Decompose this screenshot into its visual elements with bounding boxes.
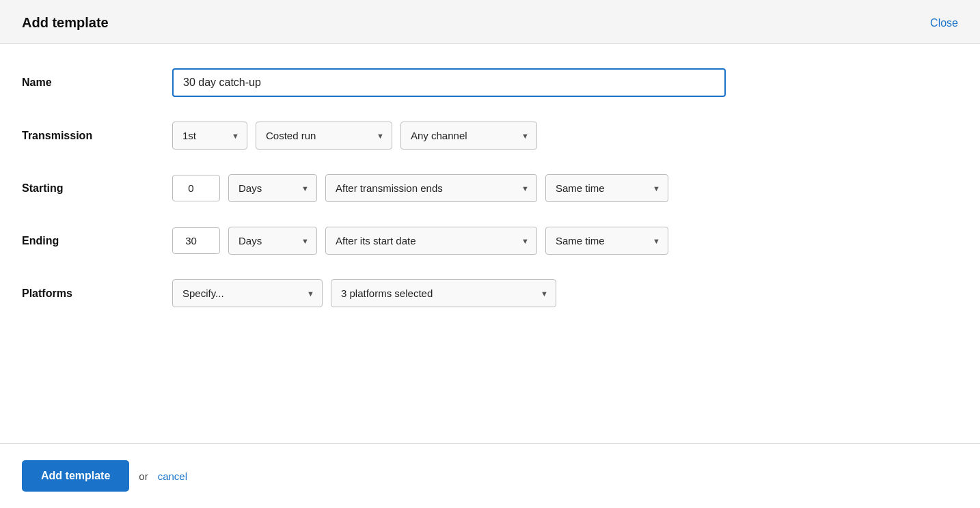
or-text: or [139, 470, 148, 482]
dialog-footer: Add template or cancel [0, 443, 980, 508]
name-label: Name [22, 76, 172, 89]
transmission-label: Transmission [22, 130, 172, 142]
ending-period-select[interactable]: Days Weeks Months [228, 227, 317, 255]
ending-relative-dropdown[interactable]: After its start date After transmission … [325, 227, 537, 255]
ending-period-dropdown[interactable]: Days Weeks Months [228, 227, 317, 255]
ending-relative-select[interactable]: After its start date After transmission … [325, 227, 537, 255]
transmission-channel-dropdown[interactable]: Any channel BBC One BBC Two ITV Channel … [400, 122, 537, 150]
close-button[interactable]: Close [930, 17, 958, 29]
platforms-label: Platforms [22, 287, 172, 300]
transmission-type-select[interactable]: Costed run Free run Repeat [256, 122, 392, 150]
dialog-body: Name Transmission 1st 2nd 3rd 4th [0, 44, 980, 443]
platforms-controls: Specify... All None 3 platforms selected… [172, 279, 958, 307]
starting-number-input[interactable] [172, 175, 220, 201]
add-template-button[interactable]: Add template [22, 460, 129, 492]
starting-time-select[interactable]: Same time Midnight Custom [545, 174, 668, 202]
transmission-channel-select[interactable]: Any channel BBC One BBC Two ITV Channel … [400, 122, 537, 150]
transmission-order-dropdown[interactable]: 1st 2nd 3rd 4th [172, 122, 247, 150]
starting-period-dropdown[interactable]: Days Weeks Months [228, 174, 317, 202]
add-template-dialog: Add template Close Name Transmission 1st… [0, 0, 980, 508]
ending-number-input[interactable] [172, 227, 220, 254]
starting-label: Starting [22, 182, 172, 195]
name-input[interactable] [172, 68, 726, 97]
ending-time-select[interactable]: Same time Midnight Custom [545, 227, 668, 255]
ending-label: Ending [22, 235, 172, 247]
platforms-specify-dropdown[interactable]: Specify... All None [172, 279, 323, 307]
cancel-button[interactable]: cancel [158, 470, 187, 482]
ending-row: Ending Days Weeks Months After its start… [22, 227, 958, 255]
dialog-title: Add template [22, 15, 109, 31]
name-row: Name [22, 68, 958, 97]
name-controls [172, 68, 958, 97]
transmission-controls: 1st 2nd 3rd 4th Costed run Free run Repe… [172, 122, 958, 150]
dialog-header: Add template Close [0, 0, 980, 44]
platforms-selected-select[interactable]: 3 platforms selected Platform A Platform… [331, 279, 556, 307]
starting-relative-select[interactable]: After transmission ends After transmissi… [325, 174, 537, 202]
transmission-order-select[interactable]: 1st 2nd 3rd 4th [172, 122, 247, 150]
platforms-selected-dropdown[interactable]: 3 platforms selected Platform A Platform… [331, 279, 556, 307]
starting-row: Starting Days Weeks Months After transmi… [22, 174, 958, 202]
ending-time-dropdown[interactable]: Same time Midnight Custom [545, 227, 668, 255]
transmission-row: Transmission 1st 2nd 3rd 4th Costed run … [22, 122, 958, 150]
transmission-type-dropdown[interactable]: Costed run Free run Repeat [256, 122, 392, 150]
platforms-specify-select[interactable]: Specify... All None [172, 279, 323, 307]
ending-controls: Days Weeks Months After its start date A… [172, 227, 958, 255]
starting-relative-dropdown[interactable]: After transmission ends After transmissi… [325, 174, 537, 202]
starting-controls: Days Weeks Months After transmission end… [172, 174, 958, 202]
starting-time-dropdown[interactable]: Same time Midnight Custom [545, 174, 668, 202]
platforms-row: Platforms Specify... All None 3 platform… [22, 279, 958, 307]
starting-period-select[interactable]: Days Weeks Months [228, 174, 317, 202]
